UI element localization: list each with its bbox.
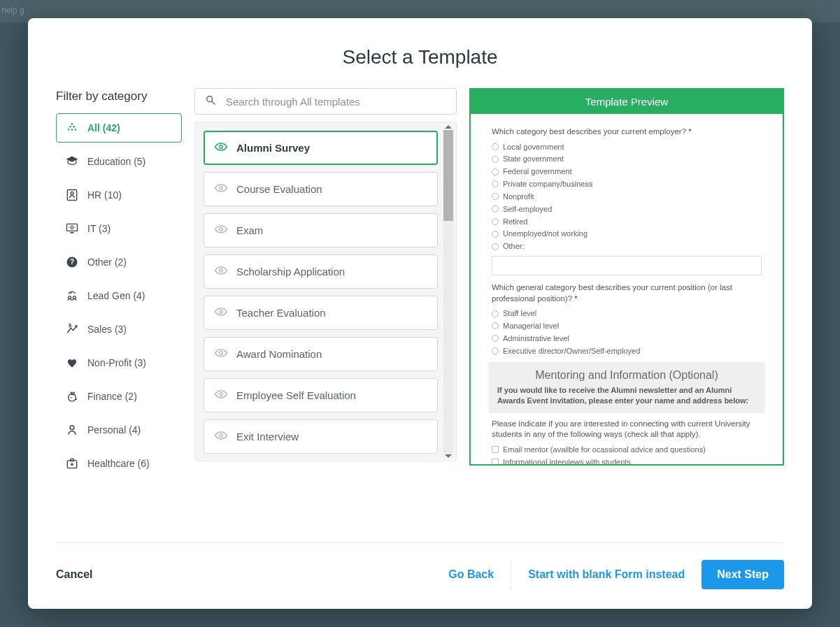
category-personal[interactable]: Personal (4): [56, 415, 182, 445]
category-leadgen[interactable]: Lead Gen (4): [56, 281, 182, 310]
healthcare-icon: [65, 456, 79, 470]
template-list: Alumni SurveyCourse EvaluationExamSchola…: [194, 122, 457, 461]
preview-option-label: Staff level: [503, 308, 536, 319]
preview-option-label: Unemployed/not working: [503, 229, 588, 239]
preview-option-label: Private company/business: [503, 179, 592, 189]
scroll-thumb[interactable]: [443, 130, 453, 221]
template-item[interactable]: Scholarship Application: [204, 254, 438, 289]
checkbox-icon: [492, 446, 499, 453]
svg-text:$: $: [69, 322, 72, 329]
radio-icon: [492, 310, 499, 317]
scrollbar[interactable]: [443, 125, 453, 458]
category-education[interactable]: Education (5): [56, 147, 182, 176]
category-all[interactable]: All (42): [56, 113, 182, 143]
leadgen-icon: [65, 289, 79, 303]
eye-icon: [214, 387, 228, 403]
scroll-down-icon[interactable]: [445, 454, 452, 458]
category-label: All (42): [87, 122, 120, 134]
radio-icon: [492, 143, 499, 150]
template-item[interactable]: Teacher Evaluation: [204, 296, 438, 330]
cancel-button[interactable]: Cancel: [56, 568, 92, 581]
radio-icon: [492, 168, 499, 175]
svg-point-28: [220, 352, 222, 354]
svg-rect-20: [71, 459, 74, 461]
preview-option[interactable]: Email mentor (availble for ocassional ad…: [492, 445, 762, 455]
svg-point-4: [71, 129, 73, 131]
radio-icon: [492, 156, 499, 163]
category-sales[interactable]: $Sales (3): [56, 315, 182, 344]
preview-option-label: Managerial level: [503, 321, 559, 331]
preview-option[interactable]: Staff level: [492, 308, 762, 319]
preview-option[interactable]: Federal government: [492, 166, 762, 177]
footer-divider: [511, 560, 511, 589]
eye-icon: [214, 140, 228, 156]
radio-icon: [492, 243, 499, 250]
preview-option[interactable]: Other:: [492, 241, 762, 252]
template-item[interactable]: Exit Interview: [204, 419, 438, 454]
template-item[interactable]: Award Nomination: [204, 337, 438, 371]
search-input[interactable]: [225, 95, 446, 108]
category-label: Sales (3): [87, 324, 127, 335]
template-item[interactable]: Course Evaluation: [204, 172, 438, 206]
template-name: Alumni Survey: [236, 142, 310, 154]
search-icon: [205, 94, 216, 108]
svg-point-30: [220, 434, 222, 437]
template-name: Teacher Evaluation: [236, 307, 326, 319]
radio-icon: [492, 206, 499, 212]
preview-option[interactable]: Managerial level: [492, 321, 762, 331]
svg-point-26: [220, 269, 222, 272]
svg-line-22: [212, 101, 215, 104]
template-item[interactable]: Exam: [204, 213, 438, 247]
radio-icon: [492, 193, 499, 200]
category-nonprofit[interactable]: Non-Profit (3): [56, 348, 182, 377]
preview-option-label: Local government: [503, 142, 564, 152]
preview-option[interactable]: Private company/business: [492, 179, 762, 189]
category-label: Personal (4): [87, 424, 141, 435]
preview-option[interactable]: Informational interviews with students: [492, 457, 762, 464]
preview-option[interactable]: Unemployed/not working: [492, 229, 762, 239]
eye-icon: [214, 428, 228, 445]
template-item[interactable]: Alumni Survey: [204, 131, 438, 165]
svg-point-0: [71, 123, 73, 125]
preview-option-label: Retired: [503, 217, 527, 227]
preview-section-sub: If you would like to receive the Alumni …: [497, 385, 756, 406]
preview-option-label: State government: [503, 154, 564, 164]
template-item[interactable]: Employee Self Evaluation: [204, 378, 438, 412]
preview-q2-label: Which general category best describes yo…: [492, 282, 762, 304]
scroll-track[interactable]: [443, 130, 453, 453]
checkbox-icon: [492, 459, 499, 464]
search-box[interactable]: [194, 88, 457, 115]
all-icon: [65, 121, 79, 135]
eye-icon: [214, 222, 228, 238]
preview-option[interactable]: Nonprofit: [492, 192, 762, 202]
svg-point-13: [69, 296, 71, 299]
template-item[interactable]: Job Application: [204, 461, 438, 461]
template-name: Award Nomination: [236, 348, 322, 360]
eye-icon: [214, 181, 228, 197]
preview-option-label: Administrative level: [503, 333, 569, 344]
nonprofit-icon: [65, 356, 79, 370]
radio-icon: [492, 322, 499, 329]
preview-other-input[interactable]: [492, 256, 762, 275]
svg-point-7: [71, 192, 73, 195]
radio-icon: [492, 180, 499, 187]
preview-option[interactable]: State government: [492, 154, 762, 164]
scroll-up-icon[interactable]: [445, 125, 452, 129]
filter-column: Filter by category All (42)Education (5)…: [56, 88, 182, 523]
preview-option[interactable]: Executive director/Owner/Self-employed: [492, 346, 762, 356]
next-step-button[interactable]: Next Step: [702, 560, 784, 589]
category-it[interactable]: IT (3): [56, 214, 182, 243]
preview-option[interactable]: Self-employed: [492, 204, 762, 215]
category-healthcare[interactable]: Healthcare (6): [56, 449, 182, 478]
start-blank-button[interactable]: Start with blank Form instead: [528, 568, 685, 581]
category-finance[interactable]: Finance (2): [56, 382, 182, 411]
preview-option[interactable]: Administrative level: [492, 333, 762, 344]
category-other[interactable]: ?Other (2): [56, 247, 182, 277]
template-name: Exit Interview: [236, 431, 299, 442]
preview-option[interactable]: Local government: [492, 142, 762, 152]
category-label: Non-Profit (3): [87, 357, 146, 368]
go-back-button[interactable]: Go Back: [448, 568, 494, 581]
category-hr[interactable]: HR (10): [56, 180, 182, 210]
preview-option[interactable]: Retired: [492, 217, 762, 227]
preview-option-label: Federal government: [503, 166, 571, 177]
